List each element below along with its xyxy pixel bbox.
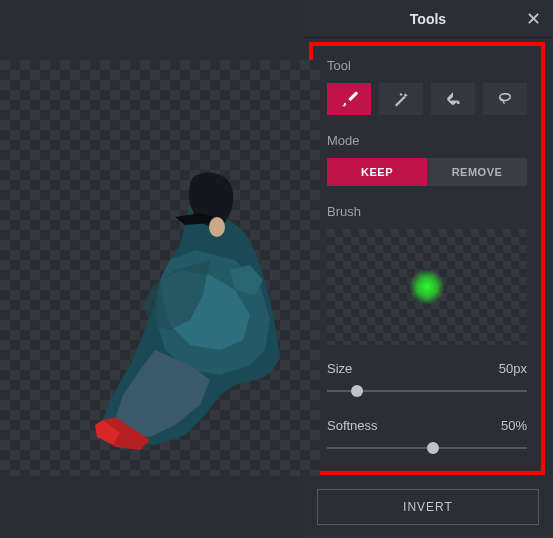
- softness-slider-thumb[interactable]: [427, 442, 439, 454]
- size-value: 50px: [499, 361, 527, 376]
- tools-panel: Tools ✕ Tool Mode KEEP REMOVE Brush: [303, 0, 553, 538]
- softness-slider[interactable]: [327, 441, 527, 455]
- brush-preview-dot: [409, 269, 445, 305]
- panel-title: Tools: [410, 11, 446, 27]
- invert-button[interactable]: INVERT: [317, 489, 539, 525]
- wand-icon: [392, 90, 410, 108]
- softness-slider-group: Softness 50%: [327, 418, 527, 455]
- lasso-tool-button[interactable]: [483, 83, 527, 115]
- size-slider-group: Size 50px: [327, 361, 527, 398]
- wand-tool-button[interactable]: [379, 83, 423, 115]
- brush-preview: [327, 229, 527, 345]
- softness-label: Softness: [327, 418, 378, 433]
- mode-keep-button[interactable]: KEEP: [327, 158, 427, 186]
- panel-header: Tools ✕: [303, 0, 553, 38]
- tool-section-label: Tool: [327, 58, 527, 73]
- close-icon[interactable]: ✕: [526, 10, 541, 28]
- brush-tool-button[interactable]: [327, 83, 371, 115]
- svg-point-0: [209, 217, 225, 237]
- size-slider[interactable]: [327, 384, 527, 398]
- mode-remove-button[interactable]: REMOVE: [427, 158, 527, 186]
- bucket-tool-button[interactable]: [431, 83, 475, 115]
- mode-row: KEEP REMOVE: [327, 158, 527, 186]
- size-slider-thumb[interactable]: [351, 385, 363, 397]
- tool-row: [327, 83, 527, 115]
- softness-value: 50%: [501, 418, 527, 433]
- size-label: Size: [327, 361, 352, 376]
- mode-section-label: Mode: [327, 133, 527, 148]
- bucket-icon: [444, 90, 462, 108]
- lasso-icon: [496, 90, 514, 108]
- highlighted-region: Tool Mode KEEP REMOVE Brush: [309, 42, 545, 475]
- brush-icon: [340, 90, 358, 108]
- canvas-area[interactable]: [0, 0, 303, 538]
- subject-image: [55, 165, 315, 465]
- brush-section-label: Brush: [327, 204, 527, 219]
